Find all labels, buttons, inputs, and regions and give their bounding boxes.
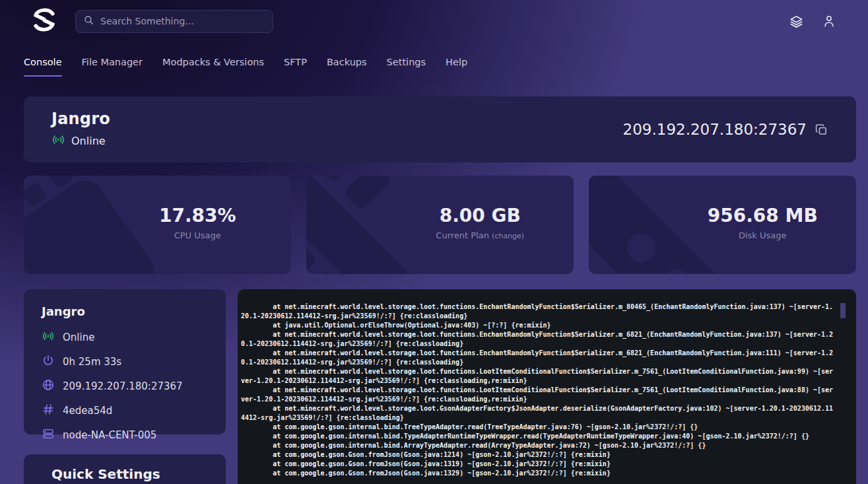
stats-row: 17.83% CPU Usage 8.00 GB Curren: [24, 176, 856, 274]
console-line: at com.google.gson.Gson.fromJson(Gson.ja…: [241, 469, 847, 478]
console-line: ver-1.20.1-20230612.114412-srg.jar%23569…: [241, 395, 847, 404]
info-node-text: node-NA-CENT-005: [63, 429, 156, 441]
info-id-text: 4edea54d: [63, 405, 112, 417]
globe-icon: [42, 378, 55, 394]
plan-stat-card: 8.00 GB Current Plan (change): [306, 176, 574, 274]
console-line: at com.google.gson.internal.bind.TreeTyp…: [241, 423, 847, 432]
account-button[interactable]: [822, 14, 836, 28]
console-panel[interactable]: at net.minecraft.world.level.storage.loo…: [238, 289, 856, 484]
hash-icon: [42, 403, 55, 419]
tab-backups[interactable]: Backups: [327, 57, 367, 77]
plan-stat-text: 8.00 GB Current Plan (change): [387, 204, 574, 240]
server-status-label: Online: [71, 135, 106, 147]
left-column: Jangro Online: [24, 289, 226, 484]
copy-icon: [815, 129, 828, 139]
disk-usage-label: Disk Usage: [739, 230, 787, 240]
plan-value: 8.00 GB: [387, 204, 574, 226]
bottom-row: Jangro Online: [24, 289, 856, 484]
server-nav: Console File Manager Modpacks & Versions…: [0, 57, 868, 77]
console-log: at net.minecraft.world.level.storage.loo…: [241, 302, 847, 478]
cpu-stat-card: 17.83% CPU Usage: [24, 176, 291, 274]
quick-settings-title: Quick Settings: [51, 466, 198, 482]
user-icon: [822, 20, 836, 30]
signal-icon: [42, 329, 55, 345]
console-line: at net.minecraft.world.level.storage.loo…: [241, 386, 847, 395]
server-header-card: Jangro Online 209.192.207.180:27367: [24, 96, 856, 162]
console-line: at com.google.gson.internal.bind.ArrayTy…: [241, 441, 847, 450]
console-line: 0.1-20230612.114412-srg.jar%23569!/:?] {…: [241, 339, 847, 349]
tab-file-manager[interactable]: File Manager: [82, 57, 143, 77]
cpu-usage-label: CPU Usage: [174, 230, 221, 240]
main-content: Jangro Online 209.192.207.180:27367: [0, 96, 868, 484]
info-status-text: Online: [63, 331, 94, 343]
server-status: Online: [51, 133, 110, 149]
info-row-uptime: 0h 25m 33s: [42, 354, 208, 370]
copy-address-button[interactable]: [815, 123, 828, 137]
disk-stat-text: 956.68 MB Disk Usage: [669, 204, 857, 240]
logo-icon: [30, 5, 59, 37]
change-plan-link[interactable]: (change): [492, 231, 524, 240]
search-icon: [83, 15, 94, 28]
server-identity: Jangro Online: [51, 110, 110, 149]
info-row-id: 4edea54d: [42, 403, 208, 419]
console-line: at net.minecraft.world.level.storage.loo…: [241, 404, 847, 413]
quick-settings-card: Quick Settings: [24, 454, 226, 484]
info-row-node: node-NA-CENT-005: [42, 427, 208, 443]
tab-sftp[interactable]: SFTP: [284, 57, 307, 77]
server-name: Jangro: [51, 110, 110, 128]
server-info-name: Jangro: [42, 304, 208, 318]
server-info-card: Jangro Online: [24, 289, 226, 434]
console-line: at net.minecraft.world.level.storage.loo…: [241, 302, 847, 312]
search-bar[interactable]: [75, 10, 273, 33]
topbar: [0, 0, 868, 42]
console-line: at com.google.gson.Gson.fromJson(Gson.ja…: [241, 450, 847, 460]
tab-console[interactable]: Console: [24, 57, 62, 77]
info-uptime-text: 0h 25m 33s: [63, 356, 121, 368]
power-icon: [42, 354, 55, 370]
console-line: at com.google.gson.Gson.fromJson(Gson.ja…: [241, 460, 847, 469]
app-logo[interactable]: [29, 6, 59, 36]
layers-icon: [789, 21, 804, 31]
servers-list-button[interactable]: [789, 14, 804, 29]
search-input[interactable]: [100, 16, 265, 26]
console-line: ver-1.20.1-20230612.114412-srg.jar%23569…: [241, 376, 847, 386]
console-line: 20.1-20230612.114412-srg.jar%23569!/:?] …: [241, 312, 847, 321]
info-row-address: 209.192.207.180:27367: [42, 378, 208, 394]
signal-icon: [51, 133, 65, 149]
console-scrollbar[interactable]: [840, 289, 846, 484]
info-address-text: 209.192.207.180:27367: [63, 380, 183, 392]
cpu-usage-value: 17.83%: [104, 204, 292, 226]
disk-usage-value: 956.68 MB: [669, 204, 857, 226]
tab-modpacks[interactable]: Modpacks & Versions: [162, 57, 264, 77]
console-line: at net.minecraft.world.level.storage.loo…: [241, 349, 847, 358]
disk-stat-card: 956.68 MB Disk Usage: [589, 176, 856, 274]
server-address-text: 209.192.207.180:27367: [623, 121, 807, 138]
cpu-stat-text: 17.83% CPU Usage: [104, 204, 292, 240]
info-row-status: Online: [42, 329, 208, 345]
console-scrollbar-thumb[interactable]: [840, 303, 846, 318]
server-address: 209.192.207.180:27367: [623, 121, 828, 138]
tab-settings[interactable]: Settings: [387, 57, 426, 77]
console-line: 4412-srg.jar%23569!/:?] {re:classloading…: [241, 413, 847, 423]
topbar-actions: [789, 14, 836, 29]
plan-label: Current Plan: [436, 230, 489, 240]
console-line: at com.google.gson.internal.bind.TypeAda…: [241, 432, 847, 441]
console-line: at net.minecraft.world.level.storage.loo…: [241, 367, 847, 376]
server-node-icon: [42, 427, 55, 443]
tab-help[interactable]: Help: [446, 57, 467, 77]
console-line: 0.1-20230612.114412-srg.jar%23569!/:?] {…: [241, 358, 847, 367]
console-line: at java.util.Optional.orElseThrow(Option…: [241, 321, 847, 330]
console-line: at net.minecraft.world.level.storage.loo…: [241, 330, 847, 339]
